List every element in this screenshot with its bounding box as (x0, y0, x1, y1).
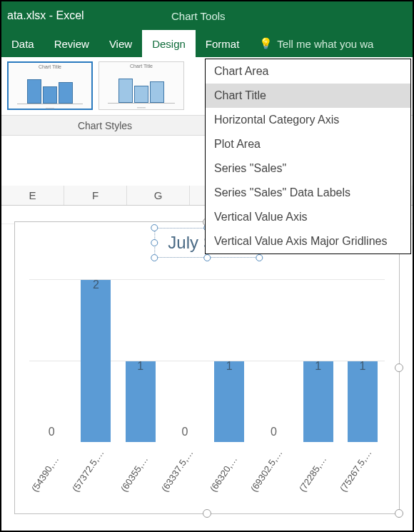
data-label: 0 (271, 426, 277, 438)
bar[interactable]: 1 (348, 361, 378, 443)
col-f[interactable]: F (64, 186, 127, 205)
data-label: 1 (137, 360, 143, 373)
bar[interactable]: 0 (258, 441, 288, 442)
selection-handle-icon[interactable] (151, 224, 158, 231)
tell-me-search[interactable]: 💡 Tell me what you wa (249, 30, 413, 57)
data-label: 0 (181, 426, 188, 438)
dropdown-item-chart-area[interactable]: Chart Area (206, 59, 410, 84)
tell-me-text: Tell me what you wa (277, 38, 373, 50)
chart-element-dropdown: Chart Area Chart Title Horizontal Catego… (205, 59, 411, 254)
data-label: 2 (93, 278, 99, 291)
data-label: 1 (359, 360, 365, 373)
col-g[interactable]: G (127, 186, 190, 205)
ribbon-tabs: Data Review View Design Format 💡 Tell me… (1, 30, 413, 57)
tab-view[interactable]: View (99, 30, 142, 57)
selection-handle-icon[interactable] (203, 254, 211, 261)
chart-tools-tab-group: Chart Tools (157, 1, 240, 30)
dropdown-item-vertical-axis[interactable]: Vertical Value Axis (206, 205, 410, 229)
dropdown-item-series-sales[interactable]: Series "Sales" (206, 156, 410, 181)
lightbulb-icon: 💡 (259, 37, 273, 50)
tab-data[interactable]: Data (1, 30, 44, 57)
dropdown-item-chart-title[interactable]: Chart Title (206, 84, 410, 108)
selection-handle-icon[interactable] (151, 239, 158, 246)
titlebar: ata.xlsx - Excel Chart Tools (1, 1, 413, 30)
chart-handle-icon[interactable] (203, 509, 211, 518)
chart-handle-icon[interactable] (395, 509, 403, 518)
chart-style-thumb-1[interactable]: Chart Title ▁▁▁ (7, 61, 93, 110)
tab-review[interactable]: Review (44, 30, 99, 57)
bar[interactable]: 1 (214, 361, 244, 443)
dropdown-item-gridlines[interactable]: Vertical Value Axis Major Gridlines (206, 229, 410, 254)
bar[interactable]: 2 (81, 280, 111, 442)
chart-style-thumb-2[interactable]: Chart Title ▁▁▁ (99, 61, 184, 110)
chart-handle-icon[interactable] (395, 363, 403, 372)
chart-tools-label: Chart Tools (157, 10, 240, 22)
x-axis-labels: (54390,…(57372.5,…(60355,…(63337.5,…(663… (29, 445, 385, 509)
col-e[interactable]: E (1, 186, 64, 205)
tab-design[interactable]: Design (142, 30, 196, 57)
data-label: 0 (49, 426, 55, 438)
chart-styles-label: Chart Styles (1, 116, 208, 136)
bar[interactable]: 0 (170, 441, 200, 442)
embedded-chart[interactable]: July Sales 02101011 (54390,…(57372.5,…(6… (14, 221, 400, 514)
data-label: 1 (315, 360, 321, 373)
tab-format[interactable]: Format (196, 30, 250, 57)
dropdown-item-plot-area[interactable]: Plot Area (206, 132, 410, 156)
data-label: 1 (226, 360, 233, 373)
plot-area[interactable]: 02101011 (29, 279, 385, 442)
dropdown-item-horizontal-axis[interactable]: Horizontal Category Axis (206, 108, 410, 132)
bar[interactable]: 1 (126, 361, 156, 443)
selection-handle-icon[interactable] (256, 254, 263, 261)
bar[interactable]: 1 (303, 361, 333, 443)
dropdown-item-series-data-labels[interactable]: Series "Sales" Data Labels (206, 181, 410, 205)
file-name: ata.xlsx - Excel (1, 9, 84, 22)
bar[interactable]: 0 (36, 441, 66, 442)
selection-handle-icon[interactable] (151, 254, 158, 261)
